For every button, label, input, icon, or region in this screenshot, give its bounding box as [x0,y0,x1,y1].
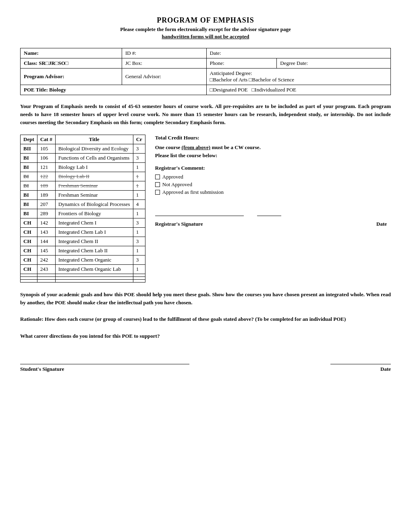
col-dept: Dept [21,135,37,144]
cell-cr: 3 [133,218,145,228]
cell-cr: 3 [133,237,145,246]
cell-dept: BI [21,163,37,172]
cell-title: Functions of Cells and Organisms [55,154,133,163]
table-row: BI106Functions of Cells and Organisms3 [21,154,145,163]
cell-cat: 121 [37,163,55,172]
cell-cr: 1 [133,191,145,200]
subtitle2-underline: handwritten forms will not be accepted [162,33,249,39]
table-row: CH242Integrated Chem Organic3 [21,256,145,265]
subtitle2: handwritten forms will not be accepted [20,33,391,40]
col-cr: Cr [133,135,145,144]
cell-cat: 144 [37,237,55,246]
table-row: BI207Dynamics of Biological Processes4 [21,200,145,209]
anticipated-degree-cell: Anticipated Degree: □Bachelor of Arts □B… [206,69,390,85]
approved-first-label: Approved as first submission [162,189,224,195]
body-text: Your Program of Emphasis needs to consis… [20,102,391,127]
table-row: BI189Freshman Seminar1 [21,181,145,191]
cell-title: Integrated Chem I [55,218,133,228]
table-row: CH144Integrated Chem II3 [21,237,145,246]
cell-dept: BI [21,191,37,200]
cell-dept: BI [21,181,37,191]
cell-cr [133,277,145,280]
registrar-signature-area: Registrar's Signature Date [155,204,391,227]
main-layout: Dept Cat # Title Cr BII105Biological Div… [20,135,391,283]
registrar-title: Registrar's Comment: [155,165,391,171]
approved-checkbox[interactable] [155,175,160,179]
table-row [21,277,145,280]
student-sig-line [20,364,189,364]
table-row: BI289Frontiers of Biology1 [21,209,145,218]
jcbox-label: JC Box: [122,58,206,69]
table-row: CH142Integrated Chem I3 [21,218,145,228]
col-title: Title [55,135,133,144]
cell-cat: 105 [37,144,55,154]
cw-underline: (from above) [182,144,211,150]
subtitle1: Please complete the form electronically … [20,26,391,33]
col-cat: Cat # [37,135,55,144]
cell-cr: 1 [133,246,145,256]
cell-title: Integrated Chem Organic Lab [55,265,133,274]
table-row [21,274,145,277]
cell-cat: 122 [37,172,55,181]
table-row: BI122Biology Lab II1 [21,172,145,181]
cell-cat [37,280,55,283]
cw-text1: One course [155,144,180,150]
cw-text3: Please list the course below: [155,152,218,158]
cell-title: Integrated Chem Lab II [55,246,133,256]
cell-cr [133,274,145,277]
cell-title [55,277,133,280]
cell-cr: 3 [133,154,145,163]
cell-dept: CH [21,265,37,274]
career-section: What career directions do you intend for… [20,332,391,340]
cw-text: One course (from above) must be a CW cou… [155,143,391,159]
cell-dept: BI [21,200,37,209]
degreedate-label: Degree Date: [277,58,391,69]
cell-cat: 106 [37,154,55,163]
student-sig-area: Student's Signature [20,364,189,372]
cell-dept: BII [21,144,37,154]
phone-label: Phone: [206,58,277,69]
course-table: Dept Cat # Title Cr BII105Biological Div… [20,135,145,283]
cell-dept: CH [21,237,37,246]
cell-cr: 4 [133,200,145,209]
synopsis-section: Synopsis of your academic goals and how … [20,291,391,306]
id-label: ID #: [122,48,206,58]
table-row: CH143Integrated Chem Lab I1 [21,228,145,237]
cell-cr: 3 [133,256,145,265]
poe-type: □Designated POE □Individualized POE [206,85,390,95]
cell-title: Frontiers of Biology [55,209,133,218]
approved-first-row: Approved as first submission [155,189,391,195]
not-approved-row: Not Approved [155,181,391,188]
approved-label: Approved [162,174,183,180]
cell-cr: 1 [133,209,145,218]
not-approved-checkbox[interactable] [155,182,160,187]
cell-cat: 207 [37,200,55,209]
generaladvisor-label: General Advisor: [122,69,206,85]
approved-first-checkbox[interactable] [155,190,160,195]
cw-text2: must be a CW course. [212,144,260,150]
cell-title: Biology Lab II [55,172,133,181]
cell-cat: 289 [37,209,55,218]
cell-title [55,280,133,283]
cell-cat: 189 [37,191,55,200]
cell-cat: 142 [37,218,55,228]
bottom-date-label: Date [380,366,391,372]
cell-cat: 145 [37,246,55,256]
cell-title [55,274,133,277]
page-title: PROGRAM OF EMPHASIS [20,16,391,25]
bach-arts: □Bachelor of Arts [210,77,248,83]
anticipated-label: Anticipated Degree: [210,70,252,76]
date-label: Date: [206,48,390,58]
programadvisor-label: Program Advisor: [21,69,122,85]
cell-dept [21,277,37,280]
cell-title: Dynamics of Biological Processes [55,200,133,209]
total-credit-hours: Total Credit Hours: [155,135,391,141]
course-table-wrap: Dept Cat # Title Cr BII105Biological Div… [20,135,145,283]
cell-cat [37,274,55,277]
cell-dept: CH [21,246,37,256]
table-row: BI189Freshman Seminar1 [21,191,145,200]
rationale-section: Rationale: How does each course (or grou… [20,315,391,323]
registrar-section: Registrar's Comment: Approved Not Approv… [155,165,391,195]
cell-dept: CH [21,228,37,237]
cell-title: Freshman Seminar [55,181,133,191]
